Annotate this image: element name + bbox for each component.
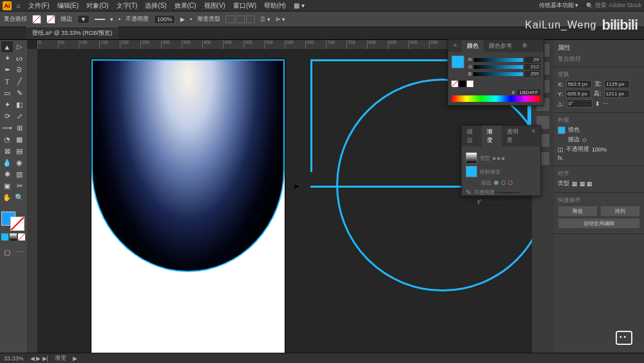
tool-artboard[interactable]: ▣ (1, 181, 13, 191)
tool-symbol-spray[interactable]: ✱ (1, 169, 13, 180)
grad-tab-gradient[interactable]: 渐变 (482, 126, 502, 146)
tool-pen[interactable]: ✒ (1, 64, 13, 75)
menu-view[interactable]: 视图(V) (202, 1, 228, 10)
grad-stroke-opt3[interactable] (508, 181, 513, 185)
grad-panel-menu-icon[interactable]: ≡ (527, 126, 540, 146)
value-b[interactable]: 255 (525, 71, 540, 77)
screen-mode[interactable]: ▢ (1, 247, 13, 258)
align-icon[interactable]: ⊫ ▾ (276, 16, 286, 23)
document-tab[interactable]: 壁纸.ai* @ 33.33% (RGB/预览) (26, 26, 118, 39)
tool-lasso[interactable]: ᔕ (14, 53, 25, 64)
color-black-icon[interactable] (459, 81, 466, 87)
tool-gradient[interactable]: ▤ (14, 146, 25, 157)
tool-width[interactable]: ⟿ (1, 123, 13, 133)
color-spectrum[interactable] (451, 95, 540, 102)
prop-rotate[interactable] (567, 99, 592, 108)
tool-line[interactable]: ╱ (14, 76, 25, 87)
color-mode-solid[interactable] (1, 233, 8, 240)
qa-arrange[interactable]: 排列 (601, 206, 639, 216)
tool-hand[interactable]: ✋ (1, 192, 13, 203)
align-buttons[interactable]: ▦ ▦ ▦ (572, 181, 592, 187)
qa-release[interactable]: 释放 (558, 206, 597, 216)
color-white-icon[interactable] (467, 81, 473, 87)
tool-shape-builder[interactable]: ◔ (1, 134, 13, 145)
tool-eraser[interactable]: ◧ (14, 99, 25, 110)
menu-window[interactable]: 窗口(W) (231, 1, 259, 10)
grad-stroke-opt1[interactable] (494, 181, 498, 185)
menu-object[interactable]: 对象(O) (84, 1, 111, 10)
gradient-opacity[interactable] (497, 192, 519, 193)
tool-selection[interactable]: ▲ (1, 41, 13, 52)
menu-effect[interactable]: 效果(C) (172, 1, 199, 10)
qa-global-edit[interactable]: 启动全局编辑 (558, 219, 639, 228)
artwork-compound-path[interactable] (91, 59, 285, 272)
tool-rectangle[interactable]: ▭ (1, 88, 13, 99)
prop-w[interactable] (604, 80, 630, 88)
color-none-icon[interactable] (451, 81, 458, 87)
gradient-edit-icon[interactable]: ✎ (466, 188, 471, 197)
appearance-opacity[interactable]: 100% (592, 146, 607, 153)
slider-b[interactable] (473, 72, 523, 76)
hex-value[interactable]: 1BD4FF (517, 90, 540, 95)
color-mode-row[interactable] (1, 233, 26, 240)
appearance-stroke-weight[interactable]: ◇ (582, 137, 587, 143)
slider-r[interactable] (474, 58, 523, 62)
color-mode-none[interactable] (18, 233, 25, 240)
edit-toolbar[interactable]: ⋯ (14, 247, 25, 258)
tool-shaper[interactable]: ✦ (1, 99, 13, 110)
appearance-stroke-swatch[interactable] (558, 136, 565, 144)
stock-search[interactable]: 🔍 搜索 Adobe Stock (586, 1, 641, 10)
slider-g[interactable] (474, 65, 523, 69)
tool-perspective[interactable]: ▦ (14, 134, 25, 145)
appearance-opacity-icon[interactable]: ◫ (558, 146, 564, 153)
value-r[interactable]: 29 (525, 57, 540, 63)
tool-eyedropper[interactable]: 💧 (1, 157, 13, 168)
color-tab-close[interactable]: ≡ (448, 40, 462, 52)
tool-blend[interactable]: ◉ (14, 157, 25, 168)
status-more-icon[interactable]: ▶ (73, 355, 77, 362)
prop-h[interactable] (604, 90, 630, 98)
color-panel[interactable]: ≡ 颜色 颜色参考 ⊕ R29 G212 B255 #1BD4FF (448, 39, 544, 106)
color-preview-swatch[interactable] (451, 55, 464, 68)
color-tab-color[interactable]: 颜色 (462, 40, 484, 52)
prop-x[interactable] (566, 80, 592, 88)
tool-scale[interactable]: ⤢ (14, 111, 25, 122)
tool-graph[interactable]: ▥ (14, 169, 25, 180)
style-picker[interactable]: ▶ (180, 16, 185, 23)
appearance-fx[interactable]: fx. (558, 155, 564, 161)
grad-tab-transparency[interactable]: 透明度 (502, 126, 527, 146)
appearance-fill-swatch[interactable] (558, 126, 565, 134)
gradient-stroke-preview[interactable] (466, 166, 477, 177)
prop-y[interactable] (565, 90, 591, 98)
workspace-switcher[interactable]: 传统基本功能 ▾ (534, 1, 584, 10)
fill-stroke-indicator[interactable] (1, 211, 26, 231)
stroke-color[interactable] (10, 217, 24, 231)
color-mode-gradient[interactable] (10, 233, 17, 240)
tool-zoom[interactable]: 🔍 (14, 192, 25, 203)
home-icon[interactable]: ⌂ (14, 1, 23, 10)
grad-tab-stroke[interactable]: 描边 (462, 126, 482, 146)
tool-curvature[interactable]: ᘐ (14, 64, 25, 75)
tool-free-transform[interactable]: ⊞ (14, 123, 25, 133)
menu-select[interactable]: 选择(S) (142, 1, 169, 10)
tool-rotate[interactable]: ⟳ (1, 111, 13, 122)
gradient-location[interactable] (485, 202, 507, 203)
opacity-value[interactable]: 100% (154, 15, 175, 24)
gradient-type-icons[interactable] (225, 15, 255, 23)
gradient-panel[interactable]: 描边 渐变 透明度 ≡ 类型■ ■ ■ 绘制渐变 描边 ✎不透明度 扩 (461, 125, 541, 196)
menu-edit[interactable]: 编辑(E) (55, 1, 81, 10)
tool-direct-select[interactable]: ▷ (14, 41, 25, 52)
stroke-profile[interactable] (95, 19, 105, 20)
artboard-nav[interactable]: ◀ ▶ ▶| (30, 355, 48, 362)
tool-slice[interactable]: ✂ (14, 181, 25, 191)
tool-type[interactable]: T (1, 76, 13, 87)
menu-help[interactable]: 帮助(H) (261, 1, 289, 10)
value-g[interactable]: 212 (525, 64, 540, 70)
zoom-level[interactable]: 33.33% (4, 355, 24, 362)
tool-brush[interactable]: ✎ (14, 88, 25, 99)
menu-type[interactable]: 文字(T) (114, 1, 140, 10)
fill-swatch[interactable] (32, 15, 41, 24)
stroke-weight[interactable]: ▼ (77, 15, 90, 24)
tool-magic-wand[interactable]: ✶ (1, 53, 13, 64)
menu-file[interactable]: 文件(F) (26, 1, 52, 10)
